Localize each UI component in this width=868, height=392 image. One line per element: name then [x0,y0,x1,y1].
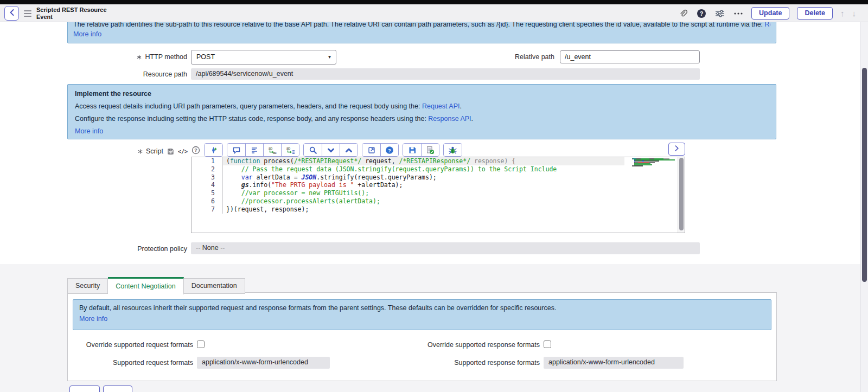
bottom-delete-button[interactable] [103,385,132,392]
scripted-rest-resource-form: Scripted REST Resource Event ? Update De… [0,0,868,392]
override-request-formats-label: Override supported request formats [73,341,193,349]
save-script-icon[interactable] [403,144,421,156]
line-number: 5 [192,189,222,197]
delete-button[interactable]: Delete [797,7,833,20]
toolbar-group [303,143,358,157]
line-number: 2 [192,165,222,173]
tab-documentation[interactable]: Documentation [184,278,245,294]
tab-security[interactable]: Security [67,278,108,294]
previous-record-icon[interactable]: ↑ [840,9,845,18]
toolbar-group [403,143,439,157]
supported-request-formats-label: Supported request formats [73,359,193,367]
request-api-link[interactable]: Request API [422,102,460,110]
relative-path-label: Relative path [434,53,554,61]
svg-text:?: ? [194,147,197,153]
script-label: Script </> [67,147,188,157]
line-number: 3 [192,173,222,182]
response-api-link[interactable]: Response API [428,115,471,123]
debug-icon[interactable] [444,144,462,156]
find-previous-icon[interactable] [340,144,358,156]
mandatory-icon [138,148,143,156]
svg-text:ab: ab [286,146,291,150]
find-next-icon[interactable] [322,144,340,156]
override-request-formats-checkbox[interactable] [197,340,205,348]
script-code-editor[interactable]: 1(function process(/*RESTAPIRequest*/ re… [191,157,685,233]
code-line[interactable]: 1(function process(/*RESTAPIRequest*/ re… [192,157,685,165]
bottom-update-button[interactable] [69,385,100,392]
more-options-icon[interactable] [733,8,744,19]
mandatory-icon [137,54,142,62]
svg-text:ab: ab [269,146,273,150]
code-line[interactable]: 6 //processor.processAlerts(alertData); [192,197,685,205]
more-info-link[interactable]: More info [75,127,103,135]
format-code-icon[interactable] [205,144,222,156]
replace-all-icon[interactable]: ab [281,144,299,156]
open-window-icon[interactable] [362,144,380,156]
update-button[interactable]: Update [751,7,789,20]
override-response-formats-checkbox[interactable] [544,340,551,348]
chevron-right-icon [674,145,679,151]
code-icon[interactable]: </> [178,149,188,155]
line-number: 4 [192,181,222,189]
script-editor-toolbar: ?abacab? [191,143,462,157]
page-scrollbar-thumb[interactable] [862,68,867,282]
editor-scrollbar-thumb[interactable] [679,158,684,230]
help-icon[interactable]: ? [696,8,707,19]
back-button[interactable] [4,6,19,21]
implement-resource-title: Implement the resource [75,90,769,98]
page-title-line1: Scripted REST Resource [36,7,107,14]
page-title: Scripted REST Resource Event [36,7,107,20]
override-response-formats-label: Override supported response formats [382,341,540,349]
toolbar-group: ? [362,143,399,157]
svg-text:?: ? [700,10,704,17]
tab-strip: SecurityContent NegotiationDocumentation [67,277,245,294]
code-line[interactable]: 4 gs.info("The PRTG payload is " +alertD… [192,181,685,189]
toolbar-group [204,143,223,157]
implement-resource-info-box: Implement the resource Access request de… [67,84,776,139]
form-context-menu-icon[interactable] [24,10,31,18]
toolbar-group: abacab [227,143,299,157]
format-lines-icon[interactable] [245,144,263,156]
supported-response-formats-label: Supported response formats [382,359,540,367]
formats-info-text: By default, all resources inherit their … [79,304,765,312]
implement-resource-line2: Configure the response including setting… [75,115,769,123]
tab-content-negotiation[interactable]: Content Negotiation [108,277,184,294]
page-title-line2: Event [36,14,107,21]
expand-editor-button[interactable] [668,143,685,156]
editor-scrollbar[interactable] [678,157,685,233]
chevron-down-icon: ▾ [328,54,331,60]
search-icon[interactable] [304,144,322,156]
content-negotiation-panel: By default, all resources inherit their … [67,292,777,381]
editor-help-blue-icon[interactable]: ? [380,144,398,156]
line-number: 6 [192,197,222,205]
personalize-form-icon[interactable] [714,8,725,19]
svg-text:ac: ac [273,151,277,155]
attachment-icon[interactable] [678,8,688,19]
line-number: 1 [192,157,222,165]
next-record-icon[interactable]: ↓ [852,9,857,18]
protection-policy-label: Protection policy [67,245,187,253]
save-icon[interactable] [167,148,174,157]
code-line[interactable]: 2 // Pass the request data (JSON.stringi… [192,165,685,173]
implement-resource-line1: Access request details including URI pat… [75,102,769,110]
code-minimap [632,158,675,166]
syntax-check-icon[interactable] [421,144,439,156]
editor-help-icon[interactable]: ? [191,145,200,155]
form-header: Scripted REST Resource Event ? Update De… [0,4,868,22]
replace-icon[interactable]: abac [263,144,281,156]
chevron-left-icon [9,9,15,16]
svg-text:?: ? [388,147,391,153]
code-line[interactable]: 5 //var processor = new PRTGUtils(); [192,189,685,197]
http-method-label: HTTP method [67,53,187,62]
relative-path-input[interactable] [560,50,700,63]
comment-icon[interactable] [227,144,245,156]
http-method-select[interactable]: POST ▾ [191,50,336,65]
more-info-link[interactable]: More info [79,315,107,323]
protection-policy-value: -- None -- [191,242,700,254]
code-line[interactable]: 3 var alertData = JSON.stringify(request… [192,173,685,182]
more-info-link[interactable]: More info [73,30,101,38]
formats-info-box: By default, all resources inherit their … [73,299,771,330]
code-line[interactable]: 7})(request, response); [192,205,685,214]
page-scrollbar[interactable] [860,22,868,392]
supported-request-formats-value: application/x-www-form-urlencoded [197,357,330,369]
